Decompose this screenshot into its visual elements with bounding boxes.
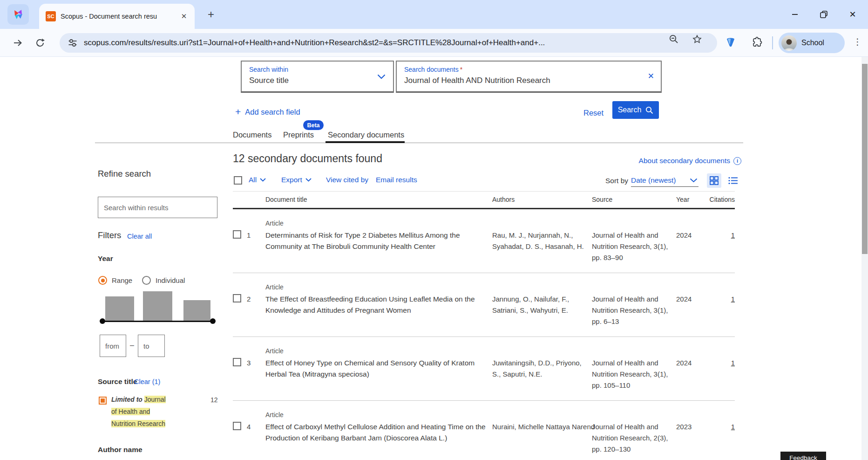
column-year[interactable]: Year — [676, 196, 705, 203]
address-bar[interactable]: scopus.com/results/results.uri?st1=Journ… — [60, 33, 717, 53]
profile-avatar — [781, 35, 797, 51]
clear-source-title-link[interactable]: Clear (1) — [134, 378, 160, 385]
column-authors[interactable]: Authors — [492, 196, 592, 203]
info-icon[interactable]: i — [733, 157, 741, 165]
row-checkbox[interactable] — [233, 358, 241, 366]
row-checkbox[interactable] — [233, 294, 241, 302]
year-from-input[interactable] — [100, 335, 126, 357]
view-cited-by-link[interactable]: View cited by — [326, 176, 368, 184]
forward-button[interactable] — [11, 36, 24, 49]
year-slider-handle-left[interactable] — [100, 318, 105, 324]
beta-badge: Beta — [303, 120, 324, 130]
list-view-icon — [728, 177, 738, 185]
extensions-puzzle-icon[interactable] — [751, 37, 763, 51]
search-button[interactable]: Search — [612, 101, 659, 119]
search-within-select[interactable]: Search within Source title — [241, 61, 394, 93]
browser-menu-icon[interactable]: ⋮ — [853, 36, 862, 47]
pin-extension-icon[interactable] — [725, 37, 737, 51]
year-histogram-bar — [105, 296, 134, 321]
year-histogram-bar — [143, 291, 172, 321]
bookmark-star-icon[interactable] — [692, 34, 702, 44]
citations-link[interactable]: 1 — [731, 359, 735, 367]
profile-name: School — [801, 39, 824, 47]
document-title: Determinants of Risk for Type 2 Diabetes… — [265, 230, 492, 252]
document-year: 2024 — [676, 346, 705, 400]
profile-button[interactable]: School — [779, 33, 845, 53]
document-year: 2024 — [676, 219, 705, 273]
row-checkbox[interactable] — [233, 230, 241, 239]
all-label: All — [249, 176, 257, 184]
column-citations[interactable]: Citations — [705, 196, 735, 203]
sort-by-label: Sort by — [605, 177, 628, 185]
document-year: 2023 — [676, 410, 705, 460]
clear-search-icon[interactable]: ✕ — [648, 71, 654, 81]
search-within-value: Source title — [249, 76, 386, 85]
filters-heading: Filters — [98, 230, 121, 240]
select-all-checkbox[interactable] — [234, 176, 242, 185]
row-checkbox[interactable] — [233, 422, 241, 430]
export-dropdown[interactable]: Export — [281, 176, 312, 184]
new-tab-button[interactable]: + — [204, 7, 218, 21]
browser-logo-icon[interactable] — [7, 4, 29, 25]
about-secondary-documents-link[interactable]: About secondary documents i — [639, 157, 741, 165]
search-within-results-input[interactable] — [98, 197, 217, 218]
reload-button[interactable] — [34, 36, 47, 49]
search-documents-field[interactable]: Search documents* Journal of Health AND … — [396, 61, 662, 93]
citations-link[interactable]: 1 — [731, 423, 735, 431]
toolbar-divider — [772, 36, 773, 49]
tab-preprints[interactable]: Preprints — [283, 130, 314, 139]
list-view-button[interactable] — [726, 173, 740, 188]
column-source[interactable]: Source — [592, 196, 676, 203]
year-range-dash: – — [130, 341, 134, 350]
range-radio-label[interactable]: Range — [112, 276, 132, 284]
required-asterisk: * — [460, 66, 462, 73]
select-all-dropdown[interactable]: All — [249, 176, 266, 184]
range-radio[interactable] — [98, 276, 107, 285]
tabs-divider-line — [95, 143, 743, 143]
year-slider-handle-right[interactable] — [210, 318, 216, 324]
search-within-label: Search within — [249, 66, 386, 73]
scrollbar-thumb[interactable] — [862, 64, 868, 254]
email-results-link[interactable]: Email results — [376, 176, 417, 184]
zoom-icon[interactable] — [669, 34, 679, 44]
document-title: The Effect of Breastfeeding Education Us… — [265, 294, 492, 316]
individual-radio[interactable] — [142, 276, 151, 285]
document-year: 2024 — [676, 282, 705, 336]
search-button-label: Search — [618, 106, 642, 114]
site-info-icon[interactable] — [68, 38, 77, 48]
browser-toolbar: scopus.com/results/results.uri?st1=Journ… — [0, 29, 868, 57]
tab-documents[interactable]: Documents — [233, 130, 271, 139]
page-scrollbar[interactable] — [861, 57, 868, 460]
document-source: Journal of Health and Nutrition Research… — [592, 410, 676, 460]
column-document-title[interactable]: Document title — [265, 196, 492, 203]
year-to-input[interactable] — [138, 335, 165, 357]
row-number: 1 — [247, 219, 265, 273]
about-link-label: About secondary documents — [639, 157, 730, 165]
restore-button[interactable] — [819, 9, 829, 20]
browser-tab[interactable]: SC Scopus - Document search resu ✕ — [39, 4, 195, 29]
clear-all-link[interactable]: Clear all — [127, 233, 152, 240]
tab-secondary-documents[interactable]: Secondary documents — [328, 130, 404, 139]
results-count-heading: 12 secondary documents found — [233, 152, 382, 165]
document-authors: Rau, M. J., Nurjannah, N., Syahadat, D. … — [492, 219, 592, 273]
tab-close-icon[interactable]: ✕ — [179, 11, 189, 21]
feedback-button[interactable]: Feedback — [780, 452, 826, 460]
close-window-button[interactable]: ✕ — [848, 9, 858, 20]
document-type: Article — [265, 346, 492, 356]
add-search-field-button[interactable]: + Add search field — [235, 106, 300, 117]
year-slider-track[interactable] — [102, 321, 214, 322]
sort-select[interactable]: Date (newest) — [631, 174, 698, 187]
citations-link[interactable]: 1 — [731, 295, 735, 303]
chevron-down-icon — [305, 178, 312, 182]
view-cited-by-label: View cited by — [326, 176, 368, 184]
limited-to-checkbox[interactable] — [99, 397, 107, 405]
minimize-button[interactable] — [790, 9, 800, 20]
reset-button[interactable]: Reset — [583, 109, 604, 117]
year-histogram-bar — [183, 300, 210, 321]
grid-view-button[interactable] — [707, 173, 721, 188]
citations-link[interactable]: 1 — [731, 231, 735, 239]
individual-radio-label[interactable]: Individual — [156, 276, 185, 284]
results-list: 1 Article Determinants of Risk for Type … — [233, 209, 735, 460]
row-number: 2 — [247, 282, 265, 336]
sort-value: Date (newest) — [631, 176, 676, 185]
